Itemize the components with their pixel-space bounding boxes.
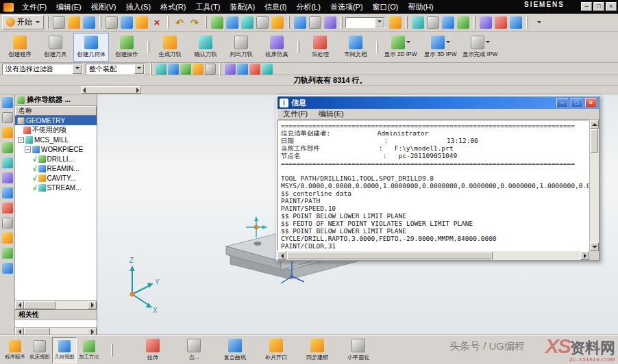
patch-opening-button[interactable]: 补片开口 <box>256 337 297 363</box>
tree-item-workpiece[interactable]: WORKPIECE <box>15 144 97 154</box>
toolbar-grip[interactable] <box>205 16 207 29</box>
info-menu-item[interactable]: 文件(F) <box>277 109 313 119</box>
machining-method-view-button[interactable]: 加工方法 <box>77 337 101 363</box>
geometry-view-button[interactable]: 几何视图 <box>52 337 77 363</box>
web-browser-icon[interactable] <box>2 203 13 213</box>
facet-body-button[interactable]: 小平面化 <box>338 337 379 363</box>
wcs-symbol[interactable] <box>246 217 267 237</box>
program-order-view-button[interactable]: 程序顺序 <box>3 337 27 363</box>
machine-tool-view-button[interactable]: 机床视图 <box>27 337 52 363</box>
chevron-down-icon[interactable] <box>375 18 384 27</box>
scroll-down-icon[interactable] <box>590 242 599 251</box>
menu-item[interactable]: 分析(L) <box>291 2 325 12</box>
face-filter-icon[interactable] <box>167 63 180 75</box>
display-mode-combo[interactable] <box>345 17 385 28</box>
toolbar-dock-handle[interactable] <box>81 86 141 94</box>
scroll-left-icon[interactable] <box>277 251 286 260</box>
shop-docs-button[interactable]: 车间文档 <box>338 33 373 62</box>
datum-plane-icon[interactable] <box>441 15 456 30</box>
tree-item-geometry[interactable]: GEOMETRY <box>15 116 97 125</box>
info-close-button[interactable] <box>585 98 597 107</box>
part-navigator-icon[interactable] <box>2 127 13 138</box>
chevron-down-icon[interactable] <box>134 64 144 74</box>
toolbar-grip[interactable] <box>341 16 343 29</box>
copy-icon[interactable] <box>119 15 134 30</box>
show-3d-ipw-button[interactable]: 显示 3D IPW <box>421 33 460 62</box>
create-operation-button[interactable]: 创建操作 <box>109 33 145 62</box>
toolbar-grip[interactable] <box>219 63 221 75</box>
info-title-bar[interactable]: 信息 <box>277 96 599 109</box>
point-button[interactable]: 点... <box>173 337 214 363</box>
menu-item[interactable]: 工具(T) <box>190 2 225 12</box>
redo-icon[interactable]: ↷ <box>187 15 202 30</box>
edit-display-icon[interactable] <box>388 15 403 30</box>
new-part-icon[interactable] <box>51 15 66 30</box>
scroll-right-icon[interactable] <box>88 328 97 335</box>
menu-item[interactable]: 信息(I) <box>260 2 291 12</box>
show-finished-ipw-button[interactable]: 显示完成 IPW <box>460 33 500 62</box>
zoom-icon[interactable] <box>240 15 255 30</box>
collapse-toggle-icon[interactable] <box>18 137 24 143</box>
feature-filter-icon[interactable] <box>236 63 249 75</box>
list-toolpath-button[interactable]: 列出刀轨 <box>223 33 259 62</box>
measure-icon[interactable] <box>478 15 493 30</box>
toolbar-options-icon[interactable] <box>531 15 546 30</box>
scroll-left-icon[interactable] <box>15 301 24 309</box>
scroll-right-icon[interactable] <box>580 251 589 260</box>
undo-icon[interactable]: ↶ <box>172 15 187 30</box>
scroll-track[interactable] <box>590 153 599 242</box>
hd3d-tools-icon[interactable] <box>2 187 13 198</box>
wireframe-view-icon[interactable] <box>308 15 323 30</box>
selection-filter-combo[interactable]: 没有选择过滤器 <box>2 64 83 75</box>
toolbar-grip[interactable] <box>473 16 475 29</box>
constraint-navigator-icon[interactable] <box>2 112 13 123</box>
create-geometry-button[interactable]: 创建几何体 <box>73 33 109 62</box>
machine-navigator-icon[interactable] <box>2 157 13 168</box>
menu-item[interactable]: 装配(A) <box>225 2 260 12</box>
toolbar-grip[interactable] <box>376 41 378 53</box>
tree-item-streamline[interactable]: STREAM... <box>15 183 97 192</box>
machine-simulation-button[interactable]: 机床仿真 <box>259 33 295 62</box>
scroll-up-icon[interactable] <box>590 120 599 129</box>
orient-view-icon[interactable] <box>323 15 338 30</box>
start-menu-button[interactable]: 开始 <box>2 15 44 29</box>
body-filter-icon[interactable] <box>204 63 217 75</box>
scroll-right-icon[interactable] <box>136 88 139 93</box>
toolbar-grip[interactable] <box>297 41 299 53</box>
create-tool-button[interactable]: 创建刀具 <box>38 33 73 62</box>
verify-toolpath-button[interactable]: 确认刀轨 <box>188 33 223 62</box>
info-maximize-button[interactable] <box>571 98 582 107</box>
toolbar-grip[interactable] <box>406 16 408 29</box>
menu-item[interactable]: 帮助(H) <box>403 2 438 12</box>
dependencies-header[interactable]: 相关性 <box>15 310 97 320</box>
toolbar-grip[interactable] <box>111 344 113 356</box>
info-minimize-button[interactable] <box>556 98 568 107</box>
refresh-view-icon[interactable] <box>210 15 225 30</box>
scroll-thumb[interactable] <box>24 301 55 309</box>
snap-filter-icon[interactable] <box>155 63 167 75</box>
fit-view-icon[interactable] <box>225 15 240 30</box>
menu-item[interactable]: 编辑(E) <box>51 2 86 12</box>
vertex-filter-icon[interactable] <box>192 63 204 75</box>
scroll-right-icon[interactable] <box>88 301 97 309</box>
toolbar-grip[interactable] <box>47 16 49 29</box>
snap-point-icon[interactable] <box>410 15 425 30</box>
scroll-track[interactable] <box>493 251 580 260</box>
chevron-down-icon[interactable] <box>73 64 82 74</box>
minimize-button[interactable] <box>581 2 592 11</box>
navigator-title-bar[interactable]: 操作导航器 ... <box>15 94 97 106</box>
tree-item-unused[interactable]: 不使用的项 <box>15 125 97 135</box>
view-triad[interactable]: Z Y X <box>129 257 160 314</box>
component-filter-icon[interactable] <box>224 63 236 75</box>
toolbar-grip[interactable] <box>526 16 528 29</box>
pan-icon[interactable] <box>255 15 270 30</box>
selection-scope-combo[interactable]: 整个装配 <box>86 64 145 75</box>
roles-icon[interactable] <box>2 263 13 274</box>
toolbar-grip[interactable] <box>288 16 290 29</box>
menu-item[interactable]: 插入(S) <box>121 2 156 12</box>
menu-item[interactable]: 格式(R) <box>156 2 190 12</box>
info-text-area[interactable]: ========================================… <box>277 120 589 251</box>
generate-toolpath-button[interactable]: 生成刀轨 <box>152 33 188 62</box>
toolbar-grip[interactable] <box>167 16 169 29</box>
menu-item[interactable]: 文件(F) <box>17 2 51 12</box>
